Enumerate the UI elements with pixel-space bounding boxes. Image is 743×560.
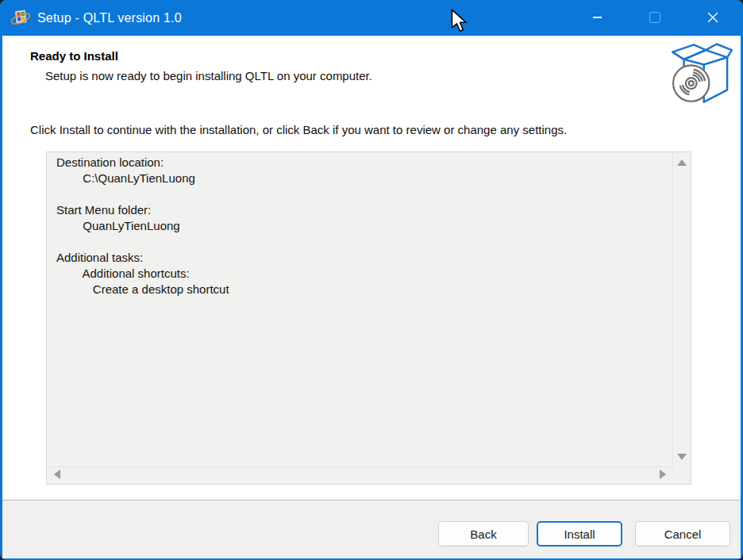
window-title: Setup - QLTL version 1.0: [37, 0, 182, 36]
title-bar[interactable]: Setup - QLTL version 1.0: [0, 0, 743, 36]
minimize-button[interactable]: [579, 0, 615, 35]
maximize-button[interactable]: [637, 0, 673, 35]
close-icon: [707, 12, 718, 23]
scroll-right-icon[interactable]: [660, 470, 666, 479]
close-button[interactable]: [695, 0, 731, 35]
installer-app-icon: [10, 7, 31, 28]
install-button[interactable]: Install: [537, 521, 622, 547]
vertical-scrollbar[interactable]: [672, 152, 691, 467]
summary-text: Destination location: C:\QuanLyTienLuong…: [56, 155, 670, 297]
cancel-button[interactable]: Cancel: [635, 521, 730, 547]
scroll-down-icon[interactable]: [677, 454, 687, 460]
scroll-up-icon[interactable]: [677, 159, 687, 166]
page-subtitle: Setup is now ready to begin installing Q…: [45, 69, 372, 82]
instruction-text: Click Install to continue with the insta…: [30, 123, 567, 136]
software-box-disc-icon: [669, 40, 736, 110]
button-bar: Back Install Cancel: [2, 500, 741, 558]
scroll-left-icon[interactable]: [54, 470, 60, 479]
ready-summary-memo[interactable]: Destination location: C:\QuanLyTienLuong…: [46, 152, 691, 485]
setup-wizard-window: Setup - QLTL version 1.0 Ready to Instal…: [0, 0, 743, 560]
horizontal-scrollbar[interactable]: [47, 466, 673, 484]
minimize-icon: [593, 17, 602, 17]
back-button[interactable]: Back: [438, 521, 529, 547]
desktop-backdrop: Setup - QLTL version 1.0 Ready to Instal…: [0, 0, 743, 560]
page-title: Ready to Install: [30, 49, 118, 63]
maximize-icon: [649, 12, 660, 23]
wizard-page: Ready to Install Setup is now ready to b…: [2, 36, 741, 500]
